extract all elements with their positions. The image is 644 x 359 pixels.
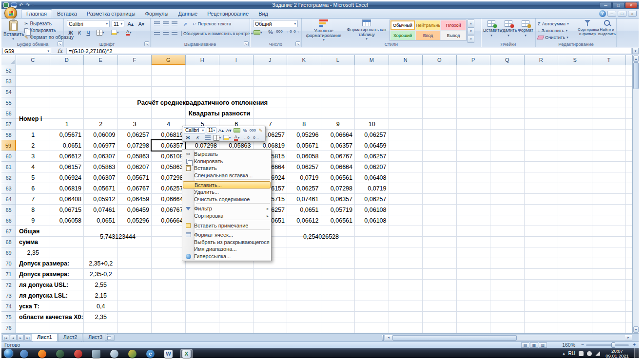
align-center-button[interactable] <box>162 30 169 36</box>
taskbar-app-word[interactable]: W <box>162 349 175 359</box>
row-header-71[interactable]: 71 <box>1 269 16 280</box>
cell-E65[interactable]: 0,07461 <box>84 205 118 215</box>
cell-C62[interactable]: 5 <box>16 172 50 183</box>
cell-L58[interactable]: 0,06664 <box>321 130 355 140</box>
row-header-70[interactable]: 70 <box>1 258 16 269</box>
number-dialog-launcher[interactable]: ↘ <box>295 41 300 46</box>
formula-bar-expand-button[interactable]: ▾ <box>632 48 639 54</box>
cell-G64[interactable]: 0,06664 <box>152 194 186 205</box>
cell-F62[interactable]: 0,05671 <box>118 172 152 183</box>
menu-item-Вставить[interactable]: Вставить <box>182 165 271 172</box>
cell-E66[interactable]: 0,0651 <box>84 215 118 226</box>
sheet-tab-Лист1[interactable]: Лист1 <box>32 334 58 342</box>
cell-G63[interactable]: 0,06257 <box>152 183 186 194</box>
gallery-scroll-down-button[interactable]: ▼ <box>468 27 474 35</box>
cell-E61[interactable]: 0,05863 <box>84 162 118 172</box>
mini-increase-decimal-button[interactable]: ←0 <box>242 134 251 141</box>
cell-C75[interactable]: области качества Х0: <box>16 312 84 322</box>
zoom-level[interactable]: 160% <box>562 342 575 348</box>
conditional-formatting-button[interactable]: Условное форматирование ▾ <box>303 19 345 41</box>
cell-C69[interactable]: 2,35 <box>16 247 50 258</box>
cell-C64[interactable]: 7 <box>16 194 50 205</box>
row-header-66[interactable]: 66 <box>1 215 16 226</box>
workbook-restore-button[interactable]: □ <box>618 11 626 17</box>
mini-italic-button[interactable]: К <box>194 134 202 141</box>
col-header-Q[interactable]: Q <box>490 55 525 65</box>
format-cells-button[interactable]: Формат ▾ <box>517 20 534 38</box>
language-indicator[interactable]: RU <box>568 351 575 356</box>
col-header-H[interactable]: H <box>186 55 220 65</box>
zoom-slider[interactable] <box>586 344 629 346</box>
cell-K57[interactable]: 8 <box>287 119 321 130</box>
cell-C71[interactable]: Допуск размера: <box>16 269 84 280</box>
cell-L64[interactable]: 0,06357 <box>321 194 355 205</box>
cell-L61[interactable]: 0,06664 <box>321 162 355 172</box>
tab-Формулы[interactable]: Формулы <box>140 10 174 18</box>
view-normal-button[interactable]: ▤ <box>521 342 529 348</box>
cell-M66[interactable]: 0,06108 <box>355 215 389 226</box>
increase-decimal-button[interactable]: ←0 <box>285 29 293 34</box>
underline-button[interactable]: Ч <box>84 29 92 37</box>
cell-K58[interactable]: 0,05296 <box>287 130 321 140</box>
cell-C74[interactable]: уска Т: <box>16 301 84 312</box>
zoom-slider-thumb[interactable] <box>611 342 615 348</box>
find-select-button[interactable]: Найти и выделить <box>598 19 616 41</box>
name-box[interactable]: G59 ▾ <box>2 48 51 54</box>
cell-F61[interactable]: 0,06207 <box>118 162 152 172</box>
cell-M58[interactable]: 0,06257 <box>355 130 389 140</box>
insert-function-button[interactable]: fx <box>55 48 65 54</box>
cell-E71[interactable]: 2,35-0,2 <box>84 269 118 280</box>
style-Плохой[interactable]: Плохой <box>441 20 466 30</box>
tab-split-handle[interactable] <box>382 335 384 341</box>
menu-item-Сортировка[interactable]: Сортировка▸ <box>182 212 271 220</box>
sheet-tab-Лист2[interactable]: Лист2 <box>58 334 83 342</box>
cell-K66[interactable]: 0,06612 <box>287 215 321 226</box>
cell-K60[interactable]: 0,06058 <box>287 151 321 162</box>
zoom-in-button[interactable]: + <box>633 342 636 348</box>
bold-button[interactable]: Ж <box>67 29 75 37</box>
menu-item-Очистить содержимое[interactable]: Очистить содержимое <box>182 196 271 203</box>
cell-G62[interactable]: 0,07298 <box>152 172 186 183</box>
row-header-61[interactable]: 61 <box>1 162 16 172</box>
merge-center-button[interactable]: Объединить и поместить в центре ▾ <box>181 30 248 37</box>
align-right-button[interactable] <box>171 30 178 36</box>
col-header-J[interactable]: J <box>254 55 288 65</box>
tab-Рецензирование[interactable]: Рецензирование <box>202 10 254 18</box>
col-header-P[interactable]: P <box>457 55 491 65</box>
cell-D57[interactable]: 1 <box>50 119 84 130</box>
cell-K64[interactable]: 0,07461 <box>287 194 321 205</box>
cell-M62[interactable]: 0,06408 <box>355 172 389 183</box>
font-family-select[interactable]: Calibri ▾ <box>67 20 110 27</box>
tray-action-center-icon[interactable] <box>579 351 584 356</box>
col-header-N[interactable]: N <box>389 55 423 65</box>
cell-E62[interactable]: 0,06307 <box>84 172 118 183</box>
style-Обычный[interactable]: Обычный <box>390 20 415 30</box>
col-header-G[interactable]: G <box>152 55 186 65</box>
cell-C63[interactable]: 6 <box>16 183 50 194</box>
taskbar-app-excel[interactable]: X <box>180 349 193 359</box>
vertical-scrollbar[interactable]: ▲ ▼ <box>632 55 639 333</box>
copy-button[interactable]: Копировать <box>24 27 56 34</box>
cell-C67[interactable]: Общая <box>16 226 50 237</box>
menu-item-Специальная вставка[interactable]: Специальная вставка... <box>182 172 271 179</box>
cell-M60[interactable]: 0,06257 <box>355 151 389 162</box>
cell-K61[interactable]: 0,06257 <box>287 162 321 172</box>
font-size-select[interactable]: 11 ▾ <box>112 20 124 27</box>
cell-D65[interactable]: 0,06715 <box>50 205 84 215</box>
paste-button[interactable]: Вставить ▾ <box>3 19 23 41</box>
cell-K62[interactable]: 0,0719 <box>287 172 321 183</box>
grow-font-button[interactable]: А▴ <box>126 20 136 27</box>
clear-button[interactable]: Очистить ▾ <box>538 34 577 40</box>
cell-C72[interactable]: ля допуска USL: <box>16 280 84 290</box>
mini-font-color-button[interactable]: А▾ <box>233 134 241 141</box>
mini-format-painter-button[interactable]: ✎ <box>257 127 264 133</box>
cell-C73[interactable]: ля допуска LSL: <box>16 290 84 301</box>
borders-button[interactable]: ▾ <box>96 29 105 36</box>
cell-C56[interactable]: Номер i <box>16 108 50 130</box>
next-sheet-button[interactable]: ► <box>17 335 24 341</box>
align-left-button[interactable] <box>154 30 160 36</box>
menu-item-Фильтр[interactable]: Фильтр▸ <box>182 205 271 212</box>
cell-K59[interactable]: 0,05671 <box>287 140 321 151</box>
tray-network-icon[interactable] <box>595 351 600 356</box>
cell-L63[interactable]: 0,07298 <box>321 183 355 194</box>
